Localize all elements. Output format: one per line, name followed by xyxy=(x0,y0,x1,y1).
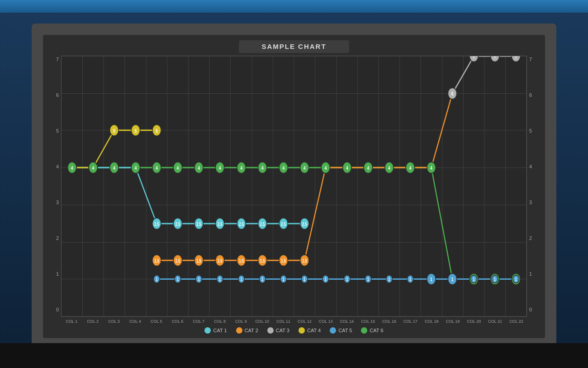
svg-text:4: 4 xyxy=(430,165,432,171)
svg-text:1.5: 1.5 xyxy=(196,258,201,263)
svg-text:2.5: 2.5 xyxy=(218,222,223,227)
legend-cat5-dot xyxy=(330,327,336,334)
legend-cat4-dot xyxy=(299,327,305,334)
x-label-col14: COL 14 xyxy=(337,319,358,324)
svg-text:7: 7 xyxy=(494,56,496,59)
y-right-label-4: 4 xyxy=(529,164,532,169)
y-axis-left: 7 6 5 4 3 2 1 0 xyxy=(51,56,61,324)
svg-text:5: 5 xyxy=(156,128,158,133)
chart-title: SAMPLE CHART xyxy=(261,43,326,50)
cat3-line xyxy=(452,56,516,94)
y-right-label-7: 7 xyxy=(529,57,532,62)
x-label-col4: COL 4 xyxy=(124,319,146,324)
legend-cat2: CAT 2 xyxy=(236,327,258,334)
x-label-col22: COL 22 xyxy=(506,319,527,324)
svg-text:4: 4 xyxy=(134,165,137,171)
legend-cat4: CAT 4 xyxy=(299,327,321,334)
x-label-col21: COL 21 xyxy=(484,319,506,324)
svg-text:2.5: 2.5 xyxy=(154,222,159,227)
svg-text:4: 4 xyxy=(409,165,412,171)
legend-cat2-dot xyxy=(236,327,242,334)
svg-text:1: 1 xyxy=(494,277,496,282)
svg-text:4: 4 xyxy=(71,165,73,171)
x-label-col12: COL 12 xyxy=(294,319,315,324)
legend-cat1: CAT 1 xyxy=(204,327,227,334)
svg-text:5: 5 xyxy=(113,128,115,133)
y-right-label-3: 3 xyxy=(529,200,532,205)
y-label-6: 6 xyxy=(56,92,59,98)
svg-text:1.5: 1.5 xyxy=(260,258,265,263)
svg-text:7: 7 xyxy=(473,56,475,59)
svg-text:1: 1 xyxy=(388,277,390,282)
svg-text:4: 4 xyxy=(261,165,264,171)
y-label-0: 0 xyxy=(56,307,59,312)
y-label-3: 3 xyxy=(56,200,59,205)
y-right-label-0: 0 xyxy=(529,307,532,312)
svg-text:4: 4 xyxy=(92,165,94,171)
svg-text:1: 1 xyxy=(303,277,305,282)
svg-text:1.5: 1.5 xyxy=(302,258,307,263)
x-label-col20: COL 20 xyxy=(463,319,484,324)
svg-text:1: 1 xyxy=(346,277,348,282)
svg-text:7: 7 xyxy=(515,56,517,59)
legend-cat3: CAT 3 xyxy=(267,327,289,334)
svg-text:2.5: 2.5 xyxy=(302,222,307,227)
svg-text:1.5: 1.5 xyxy=(175,258,180,263)
svg-text:1.5: 1.5 xyxy=(281,258,286,263)
legend-cat4-label: CAT 4 xyxy=(307,328,321,333)
svg-text:2.5: 2.5 xyxy=(239,222,244,227)
chart-inner: 4 4 4 4 2.5 xyxy=(61,56,527,317)
svg-text:1: 1 xyxy=(156,277,157,282)
legend: CAT 1 CAT 2 CAT 3 CAT 4 CAT 5 CAT 6 xyxy=(204,327,383,334)
svg-text:4: 4 xyxy=(198,165,200,171)
svg-text:1: 1 xyxy=(177,277,179,282)
svg-text:2.5: 2.5 xyxy=(175,222,180,227)
legend-cat6-dot xyxy=(361,327,367,334)
x-axis-labels: COL 1 COL 2 COL 3 COL 4 COL 5 COL 6 COL … xyxy=(61,317,527,324)
svg-text:4: 4 xyxy=(219,165,221,171)
legend-cat3-dot xyxy=(267,327,274,334)
x-label-col19: COL 19 xyxy=(442,319,464,324)
cat2-line xyxy=(156,93,452,260)
legend-cat3-label: CAT 3 xyxy=(276,328,289,333)
legend-cat1-label: CAT 1 xyxy=(213,328,227,333)
legend-cat5: CAT 5 xyxy=(330,327,352,334)
svg-text:1.5: 1.5 xyxy=(154,258,159,263)
svg-text:1: 1 xyxy=(283,277,285,282)
svg-text:4: 4 xyxy=(303,165,306,171)
x-label-col17: COL 17 xyxy=(400,319,421,324)
y-right-label-1: 1 xyxy=(529,271,532,277)
x-label-col5: COL 5 xyxy=(146,319,167,324)
y-right-label-6: 6 xyxy=(529,92,532,98)
svg-text:4: 4 xyxy=(113,165,115,171)
svg-text:1: 1 xyxy=(240,277,242,282)
svg-text:1: 1 xyxy=(367,277,369,282)
x-label-col15: COL 15 xyxy=(357,319,379,324)
svg-text:1: 1 xyxy=(409,277,411,282)
y-label-5: 5 xyxy=(56,128,59,134)
svg-text:4: 4 xyxy=(346,165,348,171)
x-label-col6: COL 6 xyxy=(167,319,188,324)
x-label-col2: COL 2 xyxy=(82,319,104,324)
svg-text:1: 1 xyxy=(198,277,199,282)
y-label-4: 4 xyxy=(56,164,59,169)
y-right-label-2: 2 xyxy=(529,235,532,241)
x-label-col9: COL 9 xyxy=(231,319,252,324)
x-label-col7: COL 7 xyxy=(188,319,209,324)
svg-text:4: 4 xyxy=(388,165,390,171)
chart-area: 7 6 5 4 3 2 1 0 xyxy=(51,56,537,324)
svg-text:4: 4 xyxy=(324,165,327,171)
svg-text:1.5: 1.5 xyxy=(218,258,223,263)
svg-text:4: 4 xyxy=(282,165,285,171)
legend-cat6-label: CAT 6 xyxy=(370,328,383,333)
svg-text:1: 1 xyxy=(261,277,263,282)
svg-text:1: 1 xyxy=(219,277,221,282)
svg-text:2.5: 2.5 xyxy=(196,222,201,227)
chart-title-box: SAMPLE CHART xyxy=(239,40,349,53)
legend-cat1-dot xyxy=(204,327,211,334)
x-label-col3: COL 3 xyxy=(104,319,125,324)
svg-text:1: 1 xyxy=(430,277,432,282)
svg-text:1.5: 1.5 xyxy=(239,258,244,263)
legend-cat6: CAT 6 xyxy=(361,327,383,334)
x-label-col10: COL 10 xyxy=(251,319,273,324)
